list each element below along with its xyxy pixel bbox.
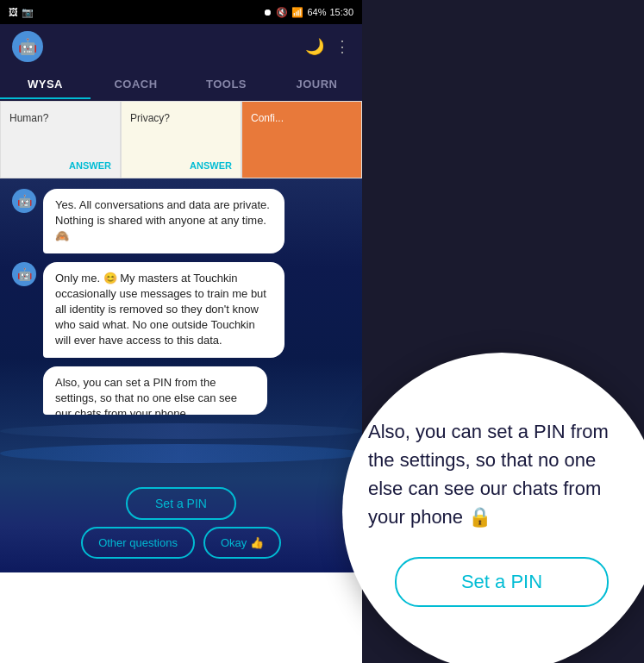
wifi-icon: 📶 — [291, 7, 303, 18]
moon-icon[interactable]: 🌙 — [305, 37, 324, 56]
bot-avatar: 🤖 — [12, 189, 36, 213]
status-bar-left-icons: 🖼 📷 — [9, 7, 34, 18]
zoom-overlay-text: Also, you can set a PIN from the setting… — [368, 417, 635, 531]
faq-card-human[interactable]: Human? ANSWER — [0, 101, 121, 178]
status-bar: 🖼 📷 ⏺ 🔇 📶 64% 15:30 — [0, 0, 362, 24]
faq-answer-button[interactable]: ANSWER — [69, 160, 111, 171]
time-display: 15:30 — [329, 7, 353, 17]
chat-bubble-1: Yes. All conversations and data are priv… — [43, 189, 284, 253]
faq-card-label: Human? — [9, 112, 111, 124]
photo-icon: 🖼 — [9, 7, 18, 17]
chat-message-3: Also, you can set a PIN from the setting… — [43, 366, 350, 415]
status-bar-right: ⏺ 🔇 📶 64% 15:30 — [263, 7, 353, 18]
header-icons: 🌙 ⋮ — [305, 37, 350, 56]
avatar-icon: 🤖 — [17, 194, 32, 208]
faq-card-label: Confi... — [251, 112, 353, 124]
wave-decoration-2 — [0, 444, 362, 463]
chat-bubble-3: Also, you can set a PIN from the setting… — [43, 366, 267, 415]
screenshot-icon: 📷 — [22, 7, 34, 18]
tab-tools[interactable]: TOOLS — [181, 69, 272, 99]
bottom-buttons: Set a PIN Other questions Okay 👍 — [0, 478, 362, 572]
faq-card-privacy[interactable]: Privacy? ANSWER — [121, 101, 241, 178]
chat-text-3: Also, you can set a PIN from the setting… — [55, 376, 237, 415]
faq-cards-row: Human? ANSWER Privacy? ANSWER Confi... — [0, 101, 362, 178]
nav-tabs: WYSA COACH TOOLS JOURN — [0, 69, 362, 101]
more-icon[interactable]: ⋮ — [335, 37, 350, 56]
bottom-btn-row: Other questions Okay 👍 — [81, 527, 281, 559]
chat-message-1: 🤖 Yes. All conversations and data are pr… — [12, 189, 350, 253]
chat-area: 🤖 Yes. All conversations and data are pr… — [0, 178, 362, 478]
chat-bubble-2: Only me. 😊 My masters at Touchkin occasi… — [43, 262, 284, 358]
other-questions-button[interactable]: Other questions — [81, 527, 195, 559]
faq-card-confidential[interactable]: Confi... — [241, 101, 362, 178]
zoom-set-pin-button[interactable]: Set a PIN — [395, 557, 609, 607]
okay-button[interactable]: Okay 👍 — [203, 527, 281, 559]
app-header: 🤖 🌙 ⋮ — [0, 24, 362, 69]
wave-decoration-1 — [0, 423, 362, 439]
zoom-overlay: Also, you can set a PIN from the setting… — [342, 353, 644, 663]
faq-answer-button[interactable]: ANSWER — [190, 160, 232, 171]
faq-card-label: Privacy? — [130, 112, 232, 124]
chat-text-2: Only me. 😊 My masters at Touchkin occasi… — [55, 272, 266, 347]
set-pin-button[interactable]: Set a PIN — [126, 487, 236, 520]
phone-frame: 🖼 📷 ⏺ 🔇 📶 64% 15:30 🤖 🌙 ⋮ WYSA COACH TOO… — [0, 0, 362, 663]
chat-message-2: 🤖 Only me. 😊 My masters at Touchkin occa… — [12, 262, 350, 358]
alarm-icon: ⏺ — [263, 7, 272, 17]
mute-icon: 🔇 — [276, 7, 288, 18]
battery-text: 64% — [307, 7, 326, 17]
app-logo[interactable]: 🤖 — [12, 31, 43, 62]
bot-avatar-2: 🤖 — [12, 262, 36, 286]
chat-text-1: Yes. All conversations and data are priv… — [55, 198, 270, 242]
tab-coach[interactable]: COACH — [91, 69, 181, 99]
avatar-icon-2: 🤖 — [17, 267, 32, 281]
zoom-message: Also, you can set a PIN from the setting… — [368, 421, 609, 528]
logo-icon: 🤖 — [18, 37, 37, 56]
tab-journ[interactable]: JOURN — [272, 69, 362, 99]
tab-wysa[interactable]: WYSA — [0, 69, 91, 99]
